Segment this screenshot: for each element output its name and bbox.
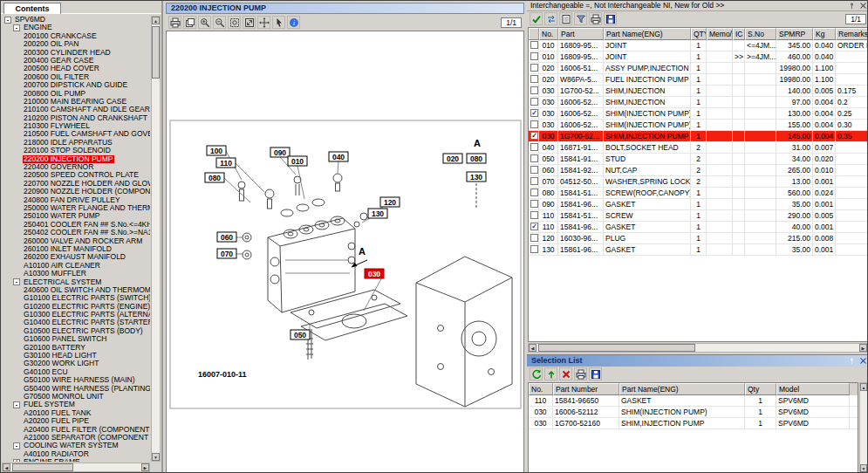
checked-checkbox-icon[interactable]: ✓ [530, 223, 538, 230]
parts-row[interactable]: 04016871-91...BOLT,SOCKET HEAD231.000.00… [529, 142, 867, 154]
tree-section-electrical-system[interactable]: -ELECTRICAL SYSTEM [3, 278, 150, 286]
row-select-checkbox[interactable]: ✓ [529, 222, 539, 232]
parts-row[interactable]: 09015841-96...GASKET135.000.001 [529, 199, 867, 210]
tree-item-210000[interactable]: 210000 MAIN BEARING CASE [3, 98, 150, 106]
tree-item-200500[interactable]: 200500 HEAD COVER [3, 65, 150, 72]
tree-item-G10300[interactable]: G10300 ELECTRIC PARTS (ALTERNATOR [3, 311, 150, 319]
tree-item-A20100[interactable]: A20100 FUEL TANK [3, 409, 150, 417]
parts-row[interactable]: 03016006-52...SHIM(INJECTION PUMP)1155.0… [529, 120, 867, 131]
save-icon[interactable] [589, 367, 602, 380]
tree-item-218000[interactable]: 218000 IDLE APPARATUS [3, 139, 150, 147]
tree-item-200700[interactable]: 200700 DIPSTICK AND GUIDE [3, 81, 150, 89]
checked-checkbox-icon[interactable]: ✓ [530, 132, 538, 140]
refresh-icon[interactable] [530, 367, 543, 380]
zoom-area-icon[interactable] [228, 16, 241, 29]
unchecked-checkbox-icon[interactable] [530, 154, 538, 162]
tree-item-A20400[interactable]: A20400 FUEL FILTER (COMPONENT PAR [3, 426, 150, 434]
pin-icon[interactable] [847, 1, 856, 10]
row-select-checkbox[interactable] [529, 142, 539, 153]
row-select-checkbox[interactable] [529, 233, 539, 243]
diagram-callout-040[interactable]: 040 [329, 152, 348, 161]
unchecked-checkbox-icon[interactable] [530, 98, 538, 106]
diagram-callout-060[interactable]: 060 [217, 232, 236, 242]
diagram-callout-080[interactable]: 080 [467, 154, 486, 163]
parts-row[interactable]: 01016809-95...JOINT1>>>=4JM...460.000.04… [529, 51, 867, 63]
row-select-checkbox[interactable] [529, 63, 539, 73]
parts-row[interactable]: ✓03016006-52...SHIM(INJECTION PUMP)1130.… [529, 108, 867, 120]
unchecked-checkbox-icon[interactable] [530, 75, 538, 83]
print-icon[interactable] [589, 12, 602, 25]
tree-item-220100[interactable]: 220100 STOP SOLENOID [3, 147, 150, 154]
parts-header-col-no[interactable]: No. [539, 28, 558, 40]
tree-item-200400[interactable]: 200400 GEAR CASE [3, 57, 150, 65]
interchange-icon[interactable] [544, 12, 557, 25]
tree-section-engine[interactable]: -ENGINE [3, 24, 150, 31]
tree-item-G20100[interactable]: G20100 BATTERY [3, 344, 150, 352]
tree-item-210100[interactable]: 210100 CAMSHAFT AND IDLE GEAR SHA [3, 106, 150, 113]
scroll-up-icon[interactable]: ▲ [152, 17, 160, 24]
parts-header-col-ic[interactable]: IC [733, 28, 745, 40]
row-select-checkbox[interactable] [529, 120, 539, 130]
close-icon[interactable] [858, 1, 867, 10]
diagram-callout-130[interactable]: 130 [467, 172, 486, 182]
unchecked-checkbox-icon[interactable] [530, 200, 538, 208]
unchecked-checkbox-icon[interactable] [530, 52, 538, 60]
tree-item-G10400[interactable]: G10400 ELECTRIC PARTS (STARTER CO [3, 319, 150, 326]
memo-list-icon[interactable] [559, 12, 572, 25]
print-icon[interactable] [168, 16, 181, 29]
horizontal-scroll-thumb[interactable] [12, 463, 73, 471]
tree-item-200100[interactable]: 200100 CRANKCASE [3, 32, 150, 40]
parts-header-col-qty[interactable]: QTY [691, 28, 707, 40]
tree-item-250100[interactable]: 250100 WATER PUMP [3, 212, 150, 220]
parts-row[interactable]: 13015861-96...GASKET135.000.001 [529, 244, 867, 256]
diagram-callout-070[interactable]: 070 [217, 249, 236, 258]
tree-section-fuel-system[interactable]: -FUEL SYSTEM [3, 401, 150, 408]
parts-row[interactable]: 06015841-92...NUT,CAP2265.000.010 [529, 165, 867, 176]
tree-item-260200[interactable]: 260200 EXHAUST MANIFOLD [3, 253, 150, 261]
tree-item-A10100[interactable]: A10100 AIR CLEANER [3, 262, 150, 270]
row-select-checkbox[interactable] [529, 74, 539, 85]
selection-header-col-pn[interactable]: Part Number [553, 383, 619, 395]
tree-item-G10200[interactable]: G10200 ELECTRIC PARTS (ENGINE) [3, 303, 150, 311]
unchecked-checkbox-icon[interactable] [530, 245, 538, 253]
unchecked-checkbox-icon[interactable] [530, 189, 538, 196]
selection-table[interactable]: No.Part NumberPart Name(ENG)QtyModel 110… [528, 382, 858, 473]
scroll-left-icon[interactable]: ◀ [3, 463, 10, 471]
collapse-icon[interactable]: - [13, 24, 20, 31]
tree-item-220400[interactable]: 220400 GOVERNOR [3, 163, 150, 171]
scroll-down-icon[interactable]: ▼ [860, 464, 867, 472]
tree-item-G10100[interactable]: G10100 ELECTRIC PARTS (SWITCH) [3, 294, 150, 302]
parts-horizontal-scrollbar[interactable]: ◀ ▶ [528, 343, 868, 353]
row-select-checkbox[interactable] [529, 210, 539, 221]
unchecked-checkbox-icon[interactable] [530, 166, 538, 174]
pin-icon[interactable] [847, 356, 856, 365]
tree-item-260000[interactable]: 260000 VALVE AND ROCKER ARM [3, 237, 150, 245]
scroll-up-icon[interactable]: ▲ [860, 383, 867, 391]
parts-row[interactable]: 11015841-51...SCREW1290.000.005 [529, 210, 867, 222]
tree-item-G40100[interactable]: G40100 ECU [3, 368, 150, 376]
tree-item-220500[interactable]: 220500 SPEED CONTROL PLATE [3, 171, 150, 179]
move-up-icon[interactable] [544, 367, 557, 380]
diagram-callout-090[interactable]: 090 [270, 147, 290, 157]
tree-item-G50400[interactable]: G50400 WIRE HARNESS (PLANTING) [3, 385, 150, 393]
parts-row[interactable]: 03016006-52...SHIM,INJECTION197.000.0040… [529, 97, 867, 108]
diagram-section-label[interactable]: A [474, 138, 481, 148]
unchecked-checkbox-icon[interactable] [530, 177, 538, 185]
diagram-section-label[interactable]: A [359, 246, 366, 257]
tree-item-A10300[interactable]: A10300 MUFFLER [3, 270, 150, 278]
tree-item-G30200[interactable]: G30200 WORK LIGHT [3, 360, 150, 367]
tree-item-A20200[interactable]: A20200 FUEL PIPE [3, 417, 150, 425]
unchecked-checkbox-icon[interactable] [530, 234, 538, 242]
tree-item-220700[interactable]: 220700 NOZZLE HOLDER AND GLOW PL [3, 180, 150, 188]
selection-header-col-no[interactable]: No. [529, 383, 553, 395]
parts-table[interactable]: No.PartPart Name(ENG)QTYMemo/SICS.NoSPMR… [528, 27, 868, 342]
parts-header-col-name[interactable]: Part Name(ENG) [604, 28, 691, 40]
parts-header-col-price[interactable]: SPMRP [776, 28, 813, 40]
tree-item-G10500[interactable]: G10500 ELECTRIC PARTS (BODY) [3, 327, 150, 335]
parts-row[interactable]: 05015841-91...STUD234.000.020 [529, 154, 867, 165]
diagram-callout-010[interactable]: 010 [288, 156, 307, 166]
tree-item-260100[interactable]: 260100 INLET MANIFOLD [3, 245, 150, 253]
diagram-callout-020[interactable]: 020 [443, 154, 462, 163]
diagram-callout-130[interactable]: 130 [368, 209, 387, 218]
selection-header-col-model[interactable]: Model [776, 383, 850, 395]
